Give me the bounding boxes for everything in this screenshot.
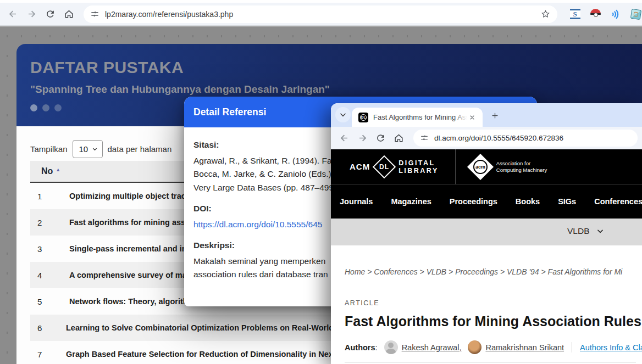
association-text: Association for Computing Machinery	[496, 160, 547, 173]
page-size-control: Tampilkan 10 data per halaman	[30, 140, 171, 158]
acm-browser-window: DL Fast Algorithms for Mining Asso	[331, 103, 642, 364]
authors-row: Authors: Rakesh Agrawal, Ramakrishnan Sr…	[345, 340, 636, 363]
modal-title: Detail Referensi	[193, 107, 266, 118]
row-number: 2	[30, 218, 56, 227]
authors-divider	[572, 342, 572, 352]
page-size-suffix-label: data per halaman	[108, 144, 172, 154]
browser2-tab-strip: DL Fast Algorithms for Mining Asso	[331, 103, 642, 127]
chevron-down-icon	[596, 227, 604, 235]
signal-waves-extension-icon[interactable]	[610, 9, 621, 20]
home-icon[interactable]	[59, 5, 78, 24]
authors-info-claims-link[interactable]: Authors Info & Claims	[580, 343, 642, 352]
digital-library-text: DIGITAL LIBRARY	[399, 159, 439, 175]
page-size-prefix-label: Tampilkan	[30, 144, 68, 154]
acm-logo-text: ACM	[350, 162, 370, 171]
venue-label: VLDB	[567, 226, 590, 236]
no-column-header[interactable]: No	[41, 166, 53, 176]
row-number: 4	[30, 271, 56, 280]
bookmark-star-icon[interactable]	[540, 9, 551, 19]
dot-indicator[interactable]	[42, 104, 49, 111]
reload-icon[interactable]	[41, 5, 59, 24]
tab-search-chevron-icon[interactable]	[335, 107, 351, 122]
dot-indicator[interactable]	[54, 104, 62, 111]
nav-item-sigs[interactable]: SIGs	[558, 197, 576, 206]
page-title: DAFTAR PUSTAKA	[30, 58, 184, 77]
back-icon[interactable]	[335, 129, 353, 147]
back-icon[interactable]	[3, 5, 22, 24]
acm-diamond-icon: acm	[467, 153, 494, 180]
row-number: 1	[30, 192, 56, 201]
browser2-toolbar: dl.acm.org/doi/10.5555/645920.672836	[331, 127, 642, 149]
row-number: 5	[30, 297, 56, 306]
acm-nav: Journals Magazines Proceedings Books SIG…	[331, 184, 642, 218]
nav-item-conferences[interactable]: Conferences	[594, 197, 642, 206]
carousel-dots	[30, 104, 62, 111]
breadcrumb[interactable]: Home > Conferences > VLDB > Proceedings …	[345, 267, 642, 276]
tab-title: Fast Algorithms for Mining Asso	[373, 113, 467, 121]
active-tab[interactable]: DL Fast Algorithms for Mining Asso	[352, 108, 483, 127]
row-number: 3	[30, 244, 56, 254]
screen: lp2maray.com/referensi/pustaka3.php S DA…	[0, 0, 642, 364]
url-text[interactable]: dl.acm.org/doi/10.5555/645920.672836	[434, 134, 631, 142]
chevron-down-icon	[92, 146, 98, 152]
browser1-toolbar: lp2maray.com/referensi/pustaka3.php S	[0, 3, 642, 26]
article-title: Fast Algorithms for Mining Association R…	[345, 313, 642, 329]
dot-indicator[interactable]	[30, 104, 37, 111]
page-size-value: 10	[79, 144, 88, 154]
page-subtitle: "Spanning Tree dan Hubungannya dengan De…	[30, 83, 330, 96]
acm-association-logo[interactable]: acm Association for Computing Machinery	[471, 158, 547, 176]
nav-item-books[interactable]: Books	[516, 197, 540, 206]
nav-item-journals[interactable]: Journals	[340, 197, 373, 206]
nav-item-magazines[interactable]: Magazines	[391, 197, 431, 206]
forward-icon[interactable]	[353, 129, 372, 147]
acm-dl-logo[interactable]: ACM DL DIGITAL LIBRARY	[350, 159, 439, 175]
authors-colon: :	[375, 343, 378, 352]
cube-extension-icon[interactable]	[630, 9, 641, 20]
forward-icon[interactable]	[22, 5, 41, 24]
dl-diamond-icon: DL	[373, 155, 396, 178]
acm-header: ACM DL DIGITAL LIBRARY acm Association f…	[331, 149, 642, 219]
s-extension-icon[interactable]: S	[569, 9, 580, 20]
row-number: 6	[30, 323, 56, 333]
logo-divider	[455, 149, 456, 184]
author-link[interactable]: Ramakrishnan Srikant	[485, 343, 564, 352]
sort-ascending-icon: ▲	[56, 167, 60, 172]
article-content: Home > Conferences > VLDB > Proceedings …	[331, 245, 642, 363]
tab-close-icon[interactable]	[467, 113, 477, 122]
url-text[interactable]: lp2maray.com/referensi/pustaka3.php	[105, 10, 540, 19]
acm-favicon: DL	[358, 113, 368, 122]
page-size-select[interactable]: 10	[73, 140, 103, 158]
author-avatar[interactable]	[468, 340, 482, 354]
site-info-icon[interactable]	[420, 133, 429, 142]
article-type-label: ARTICLE	[345, 299, 642, 307]
address-bar[interactable]: lp2maray.com/referensi/pustaka3.php	[84, 5, 557, 23]
venue-dropdown[interactable]: VLDB	[567, 226, 604, 236]
authors-label: Authors	[345, 343, 375, 352]
pokeball-extension-icon[interactable]	[590, 9, 601, 20]
doi-link[interactable]: https://dl.acm.org/doi/10.5555/645	[193, 220, 322, 229]
new-tab-icon[interactable]	[489, 110, 500, 121]
row-number: 7	[30, 350, 56, 359]
author-link[interactable]: Rakesh Agrawal,	[402, 343, 462, 352]
site-info-icon[interactable]	[90, 9, 99, 19]
acm-logo-row: ACM DL DIGITAL LIBRARY acm Association f…	[331, 149, 642, 184]
venue-bar: VLDB	[331, 219, 642, 245]
author-avatar[interactable]	[384, 340, 398, 354]
address-bar[interactable]: dl.acm.org/doi/10.5555/645920.672836	[413, 130, 638, 147]
extensions-area: S	[569, 9, 641, 20]
reload-icon[interactable]	[372, 129, 390, 147]
home-icon[interactable]	[390, 129, 408, 147]
nav-item-proceedings[interactable]: Proceedings	[450, 197, 497, 206]
